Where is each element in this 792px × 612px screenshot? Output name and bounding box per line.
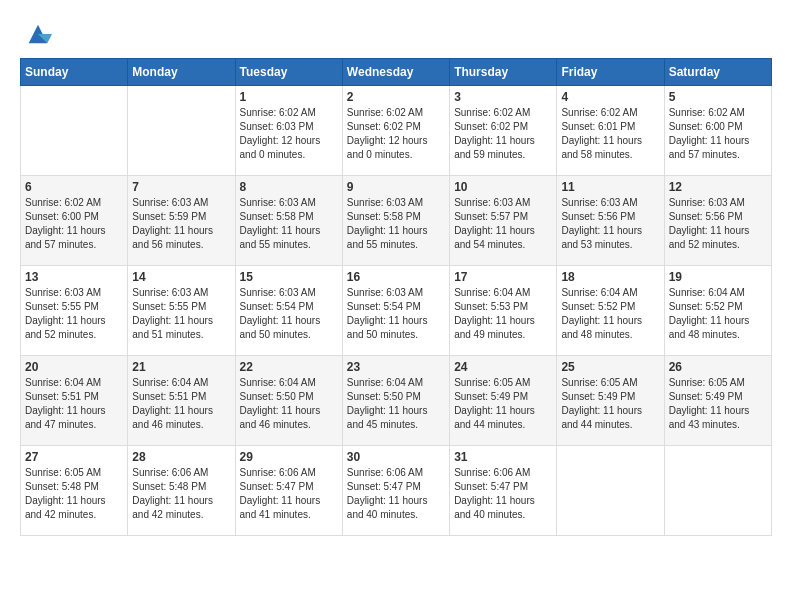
day-of-week-header: Friday	[557, 59, 664, 86]
calendar-day-cell: 3Sunrise: 6:02 AMSunset: 6:02 PMDaylight…	[450, 86, 557, 176]
day-info: Sunrise: 6:05 AMSunset: 5:48 PMDaylight:…	[25, 466, 123, 522]
day-info: Sunrise: 6:02 AMSunset: 6:02 PMDaylight:…	[454, 106, 552, 162]
calendar-day-cell: 23Sunrise: 6:04 AMSunset: 5:50 PMDayligh…	[342, 356, 449, 446]
day-number: 18	[561, 270, 659, 284]
days-of-week-row: SundayMondayTuesdayWednesdayThursdayFrid…	[21, 59, 772, 86]
day-number: 12	[669, 180, 767, 194]
calendar-table: SundayMondayTuesdayWednesdayThursdayFrid…	[20, 58, 772, 536]
day-info: Sunrise: 6:05 AMSunset: 5:49 PMDaylight:…	[669, 376, 767, 432]
calendar-week-row: 13Sunrise: 6:03 AMSunset: 5:55 PMDayligh…	[21, 266, 772, 356]
day-info: Sunrise: 6:05 AMSunset: 5:49 PMDaylight:…	[561, 376, 659, 432]
day-number: 20	[25, 360, 123, 374]
day-info: Sunrise: 6:02 AMSunset: 6:01 PMDaylight:…	[561, 106, 659, 162]
day-number: 29	[240, 450, 338, 464]
day-number: 17	[454, 270, 552, 284]
day-info: Sunrise: 6:03 AMSunset: 5:58 PMDaylight:…	[240, 196, 338, 252]
calendar-day-cell: 16Sunrise: 6:03 AMSunset: 5:54 PMDayligh…	[342, 266, 449, 356]
day-number: 23	[347, 360, 445, 374]
day-info: Sunrise: 6:04 AMSunset: 5:51 PMDaylight:…	[132, 376, 230, 432]
day-number: 4	[561, 90, 659, 104]
calendar-day-cell: 20Sunrise: 6:04 AMSunset: 5:51 PMDayligh…	[21, 356, 128, 446]
calendar-week-row: 20Sunrise: 6:04 AMSunset: 5:51 PMDayligh…	[21, 356, 772, 446]
day-number: 14	[132, 270, 230, 284]
day-number: 7	[132, 180, 230, 194]
day-info: Sunrise: 6:04 AMSunset: 5:52 PMDaylight:…	[669, 286, 767, 342]
day-number: 16	[347, 270, 445, 284]
day-number: 21	[132, 360, 230, 374]
day-info: Sunrise: 6:03 AMSunset: 5:58 PMDaylight:…	[347, 196, 445, 252]
day-info: Sunrise: 6:06 AMSunset: 5:47 PMDaylight:…	[240, 466, 338, 522]
calendar-day-cell: 14Sunrise: 6:03 AMSunset: 5:55 PMDayligh…	[128, 266, 235, 356]
calendar-week-row: 27Sunrise: 6:05 AMSunset: 5:48 PMDayligh…	[21, 446, 772, 536]
day-of-week-header: Saturday	[664, 59, 771, 86]
day-number: 15	[240, 270, 338, 284]
calendar-day-cell	[128, 86, 235, 176]
day-info: Sunrise: 6:02 AMSunset: 6:00 PMDaylight:…	[25, 196, 123, 252]
calendar-day-cell: 6Sunrise: 6:02 AMSunset: 6:00 PMDaylight…	[21, 176, 128, 266]
calendar-day-cell: 4Sunrise: 6:02 AMSunset: 6:01 PMDaylight…	[557, 86, 664, 176]
day-number: 5	[669, 90, 767, 104]
day-number: 2	[347, 90, 445, 104]
day-info: Sunrise: 6:03 AMSunset: 5:54 PMDaylight:…	[347, 286, 445, 342]
day-info: Sunrise: 6:04 AMSunset: 5:50 PMDaylight:…	[240, 376, 338, 432]
calendar-day-cell: 21Sunrise: 6:04 AMSunset: 5:51 PMDayligh…	[128, 356, 235, 446]
logo-icon	[24, 20, 52, 48]
calendar-day-cell: 19Sunrise: 6:04 AMSunset: 5:52 PMDayligh…	[664, 266, 771, 356]
day-number: 13	[25, 270, 123, 284]
day-info: Sunrise: 6:02 AMSunset: 6:02 PMDaylight:…	[347, 106, 445, 162]
calendar-day-cell: 9Sunrise: 6:03 AMSunset: 5:58 PMDaylight…	[342, 176, 449, 266]
day-number: 19	[669, 270, 767, 284]
day-of-week-header: Monday	[128, 59, 235, 86]
calendar-day-cell: 11Sunrise: 6:03 AMSunset: 5:56 PMDayligh…	[557, 176, 664, 266]
calendar-day-cell: 8Sunrise: 6:03 AMSunset: 5:58 PMDaylight…	[235, 176, 342, 266]
calendar-day-cell: 15Sunrise: 6:03 AMSunset: 5:54 PMDayligh…	[235, 266, 342, 356]
day-info: Sunrise: 6:03 AMSunset: 5:56 PMDaylight:…	[561, 196, 659, 252]
calendar-header: SundayMondayTuesdayWednesdayThursdayFrid…	[21, 59, 772, 86]
day-number: 24	[454, 360, 552, 374]
day-number: 30	[347, 450, 445, 464]
calendar-day-cell: 29Sunrise: 6:06 AMSunset: 5:47 PMDayligh…	[235, 446, 342, 536]
calendar-day-cell: 25Sunrise: 6:05 AMSunset: 5:49 PMDayligh…	[557, 356, 664, 446]
day-info: Sunrise: 6:06 AMSunset: 5:47 PMDaylight:…	[454, 466, 552, 522]
day-number: 25	[561, 360, 659, 374]
calendar-week-row: 6Sunrise: 6:02 AMSunset: 6:00 PMDaylight…	[21, 176, 772, 266]
calendar-day-cell: 30Sunrise: 6:06 AMSunset: 5:47 PMDayligh…	[342, 446, 449, 536]
day-info: Sunrise: 6:04 AMSunset: 5:51 PMDaylight:…	[25, 376, 123, 432]
day-number: 28	[132, 450, 230, 464]
day-info: Sunrise: 6:03 AMSunset: 5:54 PMDaylight:…	[240, 286, 338, 342]
day-number: 26	[669, 360, 767, 374]
day-info: Sunrise: 6:04 AMSunset: 5:53 PMDaylight:…	[454, 286, 552, 342]
day-info: Sunrise: 6:02 AMSunset: 6:03 PMDaylight:…	[240, 106, 338, 162]
day-number: 1	[240, 90, 338, 104]
day-of-week-header: Wednesday	[342, 59, 449, 86]
day-of-week-header: Tuesday	[235, 59, 342, 86]
day-number: 27	[25, 450, 123, 464]
day-of-week-header: Sunday	[21, 59, 128, 86]
day-number: 9	[347, 180, 445, 194]
day-number: 3	[454, 90, 552, 104]
calendar-day-cell	[21, 86, 128, 176]
calendar-week-row: 1Sunrise: 6:02 AMSunset: 6:03 PMDaylight…	[21, 86, 772, 176]
day-of-week-header: Thursday	[450, 59, 557, 86]
calendar-day-cell: 1Sunrise: 6:02 AMSunset: 6:03 PMDaylight…	[235, 86, 342, 176]
day-info: Sunrise: 6:03 AMSunset: 5:59 PMDaylight:…	[132, 196, 230, 252]
day-info: Sunrise: 6:03 AMSunset: 5:55 PMDaylight:…	[132, 286, 230, 342]
calendar-day-cell: 17Sunrise: 6:04 AMSunset: 5:53 PMDayligh…	[450, 266, 557, 356]
day-info: Sunrise: 6:05 AMSunset: 5:49 PMDaylight:…	[454, 376, 552, 432]
calendar-day-cell: 22Sunrise: 6:04 AMSunset: 5:50 PMDayligh…	[235, 356, 342, 446]
day-number: 10	[454, 180, 552, 194]
calendar-day-cell: 5Sunrise: 6:02 AMSunset: 6:00 PMDaylight…	[664, 86, 771, 176]
logo	[20, 20, 52, 48]
day-number: 31	[454, 450, 552, 464]
calendar-body: 1Sunrise: 6:02 AMSunset: 6:03 PMDaylight…	[21, 86, 772, 536]
calendar-day-cell: 24Sunrise: 6:05 AMSunset: 5:49 PMDayligh…	[450, 356, 557, 446]
calendar-day-cell: 13Sunrise: 6:03 AMSunset: 5:55 PMDayligh…	[21, 266, 128, 356]
calendar-day-cell: 28Sunrise: 6:06 AMSunset: 5:48 PMDayligh…	[128, 446, 235, 536]
day-number: 11	[561, 180, 659, 194]
calendar-day-cell: 10Sunrise: 6:03 AMSunset: 5:57 PMDayligh…	[450, 176, 557, 266]
page-header	[20, 20, 772, 48]
calendar-day-cell	[557, 446, 664, 536]
day-info: Sunrise: 6:02 AMSunset: 6:00 PMDaylight:…	[669, 106, 767, 162]
calendar-day-cell: 27Sunrise: 6:05 AMSunset: 5:48 PMDayligh…	[21, 446, 128, 536]
day-info: Sunrise: 6:06 AMSunset: 5:47 PMDaylight:…	[347, 466, 445, 522]
